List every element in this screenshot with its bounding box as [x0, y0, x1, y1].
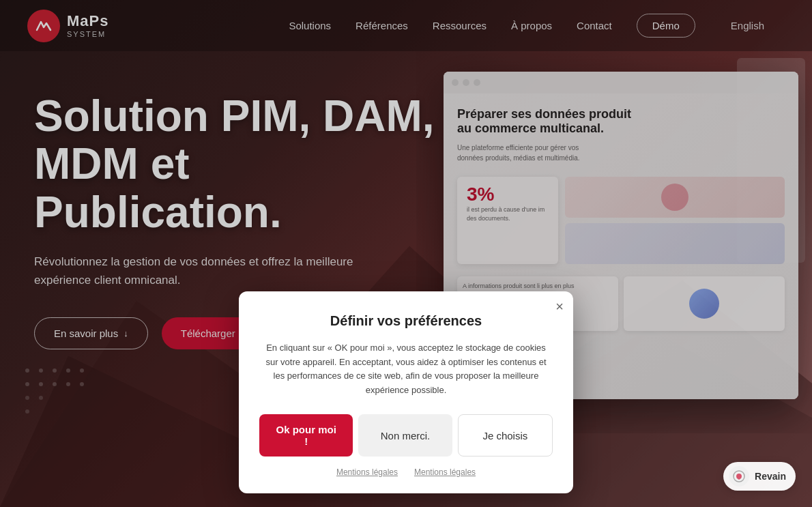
- cookie-legal-link-1[interactable]: Mentions légales: [336, 467, 398, 477]
- revain-badge[interactable]: Revain: [723, 462, 796, 491]
- cookie-footer: Mentions légales Mentions légales: [259, 467, 553, 477]
- cookie-modal: × Définir vos préférences En cliquant su…: [239, 291, 573, 493]
- cookie-no-button[interactable]: Non merci.: [358, 414, 452, 457]
- cookie-title: Définir vos préférences: [259, 313, 553, 329]
- revain-label: Revain: [755, 471, 786, 482]
- cookie-text: En cliquant sur « OK pour moi », vous ac…: [259, 341, 553, 398]
- cookie-legal-link-2[interactable]: Mentions légales: [414, 467, 476, 477]
- cookie-buttons: Ok pour moi ! Non merci. Je choisis: [259, 414, 553, 457]
- cookie-ok-button[interactable]: Ok pour moi !: [259, 414, 353, 457]
- revain-icon: [729, 466, 749, 487]
- cookie-choose-button[interactable]: Je choisis: [458, 414, 553, 457]
- cookie-close-button[interactable]: ×: [555, 300, 564, 313]
